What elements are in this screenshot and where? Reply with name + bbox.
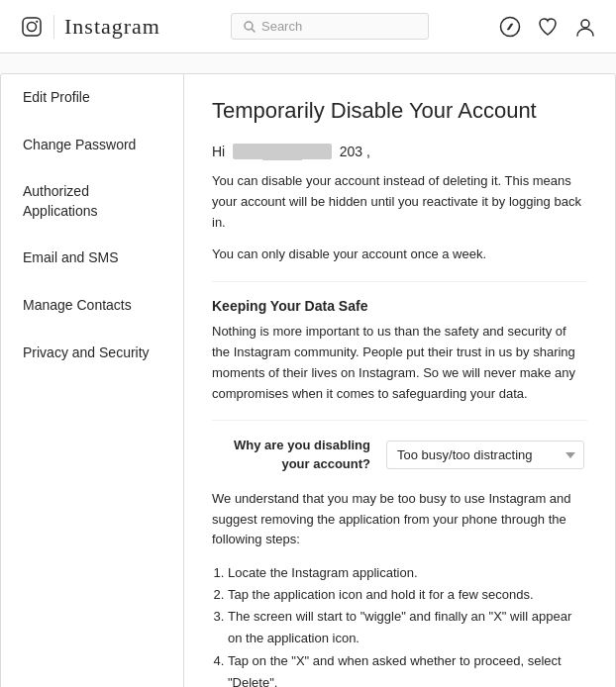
greeting-suffix: 203 ,: [340, 144, 370, 159]
compass-icon[interactable]: [499, 16, 521, 38]
step-2: Tap the application icon and hold it for…: [228, 584, 587, 606]
step-1: Locate the Instagram application.: [228, 562, 587, 584]
instagram-camera-icon: [20, 15, 44, 39]
main-layout: Edit Profile Change Password Authorized …: [0, 73, 616, 687]
sidebar-item-manage-contacts[interactable]: Manage Contacts: [1, 282, 183, 330]
header-divider: [53, 15, 54, 39]
user-greeting: Hi ████ 203 ,: [212, 144, 587, 159]
greeting-hi: Hi: [212, 144, 225, 159]
brand-name: Instagram: [64, 14, 160, 40]
dropdown-label: Why are you disabling your account?: [212, 437, 370, 472]
divider-2: [212, 420, 587, 421]
divider-1: [212, 281, 587, 282]
svg-rect-0: [23, 18, 41, 36]
content-area: Temporarily Disable Your Account Hi ████…: [184, 74, 615, 687]
disable-reason-select[interactable]: Too busy/too distracting Privacy concern…: [386, 441, 584, 469]
header-icons: [499, 16, 596, 38]
steps-intro: We understand that you may be too busy t…: [212, 489, 587, 550]
keeping-safe-text: Nothing is more important to us than the…: [212, 322, 587, 404]
page-title: Temporarily Disable Your Account: [212, 98, 587, 124]
keeping-safe-title: Keeping Your Data Safe: [212, 298, 587, 314]
logo-area: Instagram: [20, 14, 160, 40]
sidebar-item-email-sms[interactable]: Email and SMS: [1, 235, 183, 282]
svg-point-1: [28, 22, 37, 31]
steps-list: Locate the Instagram application. Tap th…: [228, 562, 587, 687]
sidebar-item-authorized-apps[interactable]: Authorized Applications: [1, 168, 183, 235]
search-area: Search: [176, 13, 483, 40]
svg-point-3: [245, 22, 253, 30]
profile-icon[interactable]: [574, 16, 596, 38]
svg-point-2: [36, 20, 38, 22]
heart-icon[interactable]: [537, 16, 559, 38]
svg-line-4: [252, 29, 255, 32]
header: Instagram Search: [0, 0, 616, 53]
sidebar: Edit Profile Change Password Authorized …: [1, 74, 184, 687]
search-placeholder: Search: [261, 19, 302, 34]
intro-text-1: You can disable your account instead of …: [212, 171, 587, 233]
intro-text-2: You can only disable your account once a…: [212, 245, 587, 265]
sidebar-item-privacy-security[interactable]: Privacy and Security: [1, 330, 183, 377]
username-redacted: ████: [233, 144, 332, 159]
step-4: Tap on the "X" and when asked whether to…: [228, 650, 587, 687]
search-box[interactable]: Search: [231, 13, 429, 40]
svg-point-8: [581, 20, 589, 28]
search-icon: [244, 21, 256, 33]
step-3: The screen will start to "wiggle" and fi…: [228, 606, 587, 649]
dropdown-row: Why are you disabling your account? Too …: [212, 437, 587, 472]
sidebar-item-change-password[interactable]: Change Password: [1, 122, 183, 169]
sidebar-item-edit-profile[interactable]: Edit Profile: [1, 74, 183, 122]
